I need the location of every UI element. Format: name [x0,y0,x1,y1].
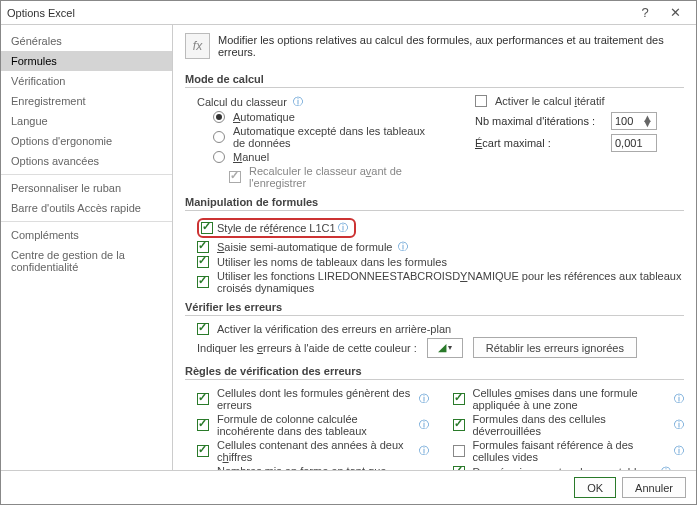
radio-manuel[interactable] [213,151,225,163]
iter-max-label: Nb maximal d'itérations : [475,115,605,127]
page-description: Modifier les options relatives au calcul… [218,34,684,58]
section-verifier: Vérifier les erreurs [185,295,684,316]
color-label: Indiquer les erreurs à l'aide de cette c… [197,342,417,354]
formula-icon: fx [185,33,210,59]
section-mode-calcul: Mode de calcul [185,67,684,88]
info-icon[interactable]: ⓘ [674,392,684,406]
window-title: Options Excel [7,7,630,19]
help-icon[interactable]: ? [630,5,660,20]
sidebar-item-ergonomie[interactable]: Options d'ergonomie [1,131,172,151]
check-saisie-auto[interactable] [197,241,209,253]
sidebar-item-complements[interactable]: Compléments [1,225,172,245]
info-icon[interactable]: ⓘ [419,444,429,458]
info-icon[interactable]: ⓘ [293,95,303,109]
section-manipulation: Manipulation de formules [185,190,684,211]
cancel-button[interactable]: Annuler [622,477,686,498]
rule-left-1[interactable] [197,419,209,431]
iter-ecart-input[interactable]: 0,001 [611,134,657,152]
sidebar-item-confidentialite[interactable]: Centre de gestion de la confidentialité [1,245,172,277]
highlight-l1c1: Style de référence L1C1ⓘ [197,218,356,238]
info-icon[interactable]: ⓘ [419,392,429,406]
iter-ecart-label: Écart maximal : [475,137,605,149]
check-liredonnees[interactable] [197,276,209,288]
info-icon[interactable]: ⓘ [338,221,348,235]
sidebar-item-ruban[interactable]: Personnaliser le ruban [1,178,172,198]
rule-right-0[interactable] [453,393,465,405]
category-sidebar: Générales Formules Vérification Enregist… [1,25,173,470]
rule-left-0[interactable] [197,393,209,405]
check-style-l1c1[interactable] [201,222,213,234]
reset-errors-button[interactable]: Rétablir les erreurs ignorées [473,337,637,358]
check-verif-enable[interactable] [197,323,209,335]
sidebar-item-acces-rapide[interactable]: Barre d'outils Accès rapide [1,198,172,218]
info-icon[interactable]: ⓘ [674,418,684,432]
rule-right-2[interactable] [453,445,465,457]
rule-right-1[interactable] [453,419,465,431]
sidebar-item-enregistrement[interactable]: Enregistrement [1,91,172,111]
radio-auto-except[interactable] [213,131,225,143]
iter-max-input[interactable]: 100▲▼ [611,112,657,130]
section-regles: Règles de vérification des erreurs [185,359,684,380]
calc-group-label: Calcul du classeurⓘ [185,94,435,110]
check-recalc [229,171,241,183]
error-color-picker[interactable]: ◢▾ [427,338,463,358]
sidebar-item-verification[interactable]: Vérification [1,71,172,91]
radio-auto[interactable] [213,111,225,123]
check-iteratif[interactable] [475,95,487,107]
rule-left-2[interactable] [197,445,209,457]
sidebar-item-langue[interactable]: Langue [1,111,172,131]
close-icon[interactable]: ✕ [660,5,690,20]
check-noms-tableaux[interactable] [197,256,209,268]
rule-right-3[interactable] [453,466,465,470]
sidebar-item-avancees[interactable]: Options avancées [1,151,172,171]
sidebar-item-formules[interactable]: Formules [1,51,172,71]
ok-button[interactable]: OK [574,477,616,498]
info-icon[interactable]: ⓘ [419,418,429,432]
info-icon[interactable]: ⓘ [674,444,684,458]
sidebar-item-generales[interactable]: Générales [1,31,172,51]
info-icon[interactable]: ⓘ [398,240,408,254]
